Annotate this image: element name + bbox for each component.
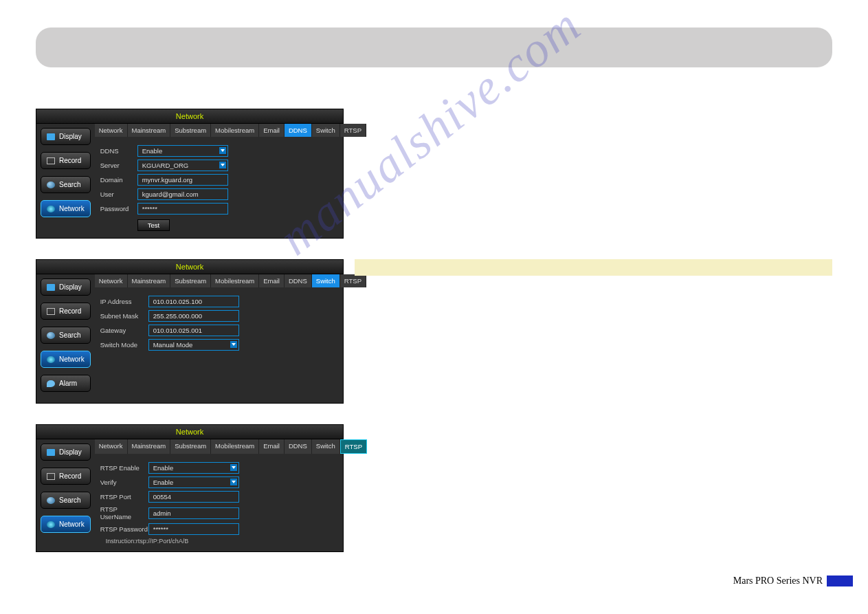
- sidebar-item-label: Network: [59, 205, 85, 212]
- mask-input[interactable]: 255.255.000.000: [148, 310, 239, 322]
- sidebar-item-label: Record: [59, 307, 81, 315]
- ddns-select[interactable]: Enable: [137, 145, 228, 157]
- ip-input[interactable]: 010.010.025.100: [148, 296, 239, 307]
- sidebar-item-label: Search: [59, 181, 81, 188]
- sidebar-item-record[interactable]: Record: [41, 152, 91, 169]
- description-rtsp: [355, 424, 832, 552]
- tab-switch[interactable]: Switch: [312, 124, 340, 137]
- rtsp-enable-label: RTSP Enable: [100, 464, 148, 472]
- ddns-label: DDNS: [100, 147, 137, 155]
- tab-substream[interactable]: Substream: [170, 124, 211, 137]
- tab-email[interactable]: Email: [259, 124, 285, 137]
- network-icon: [47, 356, 55, 363]
- rtsp-password-input[interactable]: ******: [148, 523, 239, 535]
- user-input[interactable]: kguard@gmail.com: [137, 188, 228, 200]
- footer-badge: [827, 575, 853, 586]
- chevron-down-icon: [230, 464, 237, 471]
- sidebar-item-label: Record: [59, 157, 81, 164]
- tab-network[interactable]: Network: [95, 439, 128, 454]
- tab-switch[interactable]: Switch: [312, 439, 340, 454]
- tabs: Network Mainstream Substream Mobilestrea…: [95, 274, 366, 287]
- tab-network[interactable]: Network: [95, 274, 128, 287]
- rtsp-password-label: RTSP Password: [100, 525, 148, 533]
- tab-mobilestream[interactable]: Mobilestream: [211, 439, 259, 454]
- window-title: Network: [36, 425, 343, 439]
- network-icon: [47, 206, 55, 212]
- rtsp-username-input[interactable]: admin: [148, 507, 239, 519]
- display-icon: [47, 449, 55, 456]
- tab-email[interactable]: Email: [259, 274, 285, 287]
- chevron-down-icon: [219, 147, 226, 154]
- sidebar: Display Record Search Network: [36, 124, 95, 238]
- sidebar-item-label: Network: [59, 355, 85, 363]
- tab-mobilestream[interactable]: Mobilestream: [211, 274, 259, 287]
- sidebar-item-label: Display: [59, 283, 82, 291]
- switch-mode-select[interactable]: Manual Mode: [148, 339, 239, 351]
- tab-substream[interactable]: Substream: [170, 274, 211, 287]
- password-input[interactable]: ******: [137, 203, 228, 215]
- mask-label: Subnet Mask: [100, 312, 148, 320]
- sidebar-item-display[interactable]: Display: [41, 128, 91, 145]
- tab-network[interactable]: Network: [95, 124, 128, 137]
- nvr-screenshot-rtsp: Network Display Record Search Network Ne…: [36, 424, 344, 552]
- sidebar-item-search[interactable]: Search: [41, 327, 91, 344]
- rtsp-enable-select[interactable]: Enable: [148, 462, 239, 474]
- verify-select[interactable]: Enable: [148, 476, 239, 488]
- tabs: Network Mainstream Substream Mobilestrea…: [95, 124, 366, 137]
- gateway-label: Gateway: [100, 327, 148, 334]
- sidebar-item-network[interactable]: Network: [41, 516, 91, 533]
- record-icon: [47, 157, 55, 164]
- tab-mainstream[interactable]: Mainstream: [128, 274, 171, 287]
- tab-ddns[interactable]: DDNS: [285, 439, 312, 454]
- ip-label: IP Address: [100, 298, 148, 305]
- test-button[interactable]: Test: [137, 219, 170, 231]
- sidebar-item-label: Record: [59, 472, 81, 480]
- search-icon: [47, 182, 55, 188]
- domain-label: Domain: [100, 176, 137, 184]
- switch-mode-label: Switch Mode: [100, 341, 148, 349]
- sidebar-item-label: Display: [59, 448, 82, 456]
- sidebar-item-record[interactable]: Record: [41, 468, 91, 485]
- window-title: Network: [36, 109, 343, 124]
- nvr-screenshot-ddns: Network Display Record Search Network Ne…: [36, 109, 344, 239]
- note-box: [355, 259, 832, 276]
- page-title-bar: [36, 28, 832, 67]
- tab-mainstream[interactable]: Mainstream: [128, 439, 171, 454]
- tab-mobilestream[interactable]: Mobilestream: [211, 124, 259, 137]
- sidebar-item-alarm[interactable]: Alarm: [41, 375, 91, 392]
- record-icon: [47, 473, 55, 480]
- server-select[interactable]: KGUARD_ORG: [137, 160, 228, 171]
- server-label: Server: [100, 162, 137, 169]
- sidebar-item-search[interactable]: Search: [41, 492, 91, 509]
- sidebar-item-label: Display: [59, 133, 82, 140]
- chevron-down-icon: [219, 162, 226, 168]
- record-icon: [47, 308, 55, 315]
- sidebar-item-search[interactable]: Search: [41, 176, 91, 193]
- tab-mainstream[interactable]: Mainstream: [128, 124, 171, 137]
- tabs: Network Mainstream Substream Mobilestrea…: [95, 439, 367, 454]
- network-icon: [47, 521, 55, 528]
- rtsp-port-label: RTSP Port: [100, 493, 148, 501]
- sidebar-item-display[interactable]: Display: [41, 278, 91, 296]
- password-label: Password: [100, 205, 137, 212]
- rtsp-port-input[interactable]: 00554: [148, 491, 239, 503]
- rtsp-instruction: Instruction:rtsp://IP:Port/chA/B: [106, 538, 364, 545]
- gateway-input[interactable]: 010.010.025.001: [148, 325, 239, 336]
- tab-ddns[interactable]: DDNS: [285, 274, 312, 287]
- search-icon: [47, 497, 55, 504]
- tab-ddns[interactable]: DDNS: [285, 124, 312, 137]
- sidebar-item-network[interactable]: Network: [41, 200, 91, 217]
- domain-input[interactable]: mynvr.kguard.org: [137, 174, 228, 186]
- sidebar: Display Record Search Network Alarm: [36, 274, 95, 403]
- sidebar-item-network[interactable]: Network: [41, 351, 91, 368]
- user-label: User: [100, 190, 137, 198]
- chevron-down-icon: [230, 341, 237, 348]
- sidebar-item-label: Network: [59, 520, 85, 528]
- description-ddns: [355, 109, 832, 239]
- sidebar: Display Record Search Network: [36, 439, 95, 551]
- sidebar-item-display[interactable]: Display: [41, 443, 91, 461]
- sidebar-item-record[interactable]: Record: [41, 303, 91, 320]
- tab-switch[interactable]: Switch: [312, 274, 340, 287]
- tab-email[interactable]: Email: [259, 439, 285, 454]
- tab-substream[interactable]: Substream: [170, 439, 211, 454]
